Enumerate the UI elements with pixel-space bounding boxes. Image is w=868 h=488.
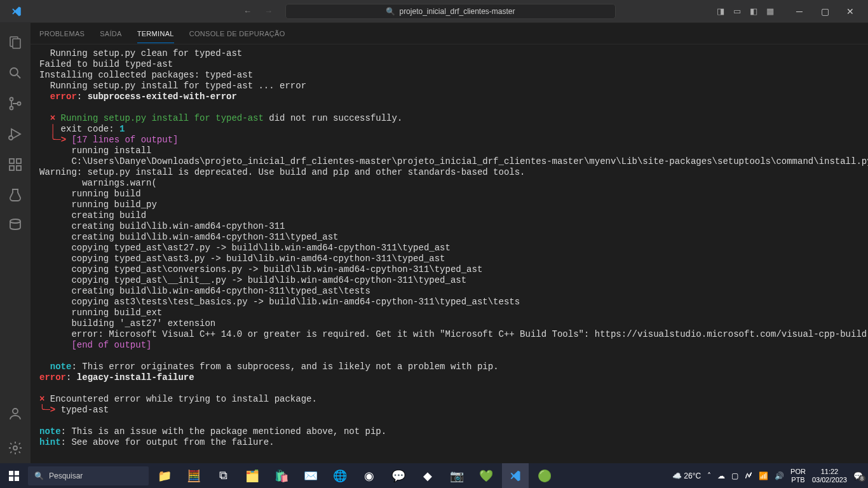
start-button[interactable] (0, 471, 28, 481)
bottom-panel: PROBLEMAS SAÍDA TERMINAL CONSOLE DE DEPU… (31, 22, 868, 463)
terminal-output[interactable]: Running setup.py clean for typed-ast Fai… (31, 44, 868, 463)
nav-forward-icon[interactable]: → (264, 6, 273, 16)
close-button[interactable]: ✕ (837, 2, 863, 21)
tray-meet-icon[interactable]: ▢ (731, 471, 738, 480)
svg-rect-18 (9, 477, 13, 481)
tray-language[interactable]: POR PTB (790, 468, 806, 484)
taskbar-app-calculator[interactable]: 🧮 (180, 463, 207, 488)
run-debug-icon[interactable] (0, 119, 31, 149)
sqltools-icon[interactable] (0, 210, 31, 241)
taskbar-app-folder[interactable]: 📁 (151, 463, 178, 488)
taskbar-app-chrome[interactable]: ◉ (356, 463, 383, 488)
svg-rect-19 (15, 477, 19, 481)
main-area: PROBLEMAS SAÍDA TERMINAL CONSOLE DE DEPU… (0, 22, 868, 463)
taskbar-app-explorer[interactable]: 🗂️ (239, 463, 266, 488)
layout-controls: ◨ ▭ ◧ ▦ (717, 6, 774, 16)
taskbar-app-store[interactable]: 🛍️ (268, 463, 295, 488)
testing-icon[interactable] (0, 180, 31, 210)
activity-bar (0, 22, 31, 463)
svg-point-8 (9, 136, 13, 140)
taskbar-app-edge[interactable]: 🌐 (327, 463, 353, 488)
toggle-primary-sidebar-icon[interactable]: ◨ (717, 6, 724, 16)
svg-rect-12 (17, 159, 21, 163)
search-text: projeto_inicial_drf_clientes-master (399, 7, 515, 16)
tab-debug-console[interactable]: CONSOLE DE DEPURAÇÃO (189, 30, 285, 37)
taskbar-search[interactable]: 🔍 Pesquisar (28, 466, 149, 485)
taskbar-app-whatsapp[interactable]: 💚 (473, 463, 499, 488)
vscode-logo-icon (5, 6, 27, 17)
svg-rect-16 (9, 471, 13, 475)
tray-wifi-icon[interactable]: 📶 (759, 471, 768, 480)
explorer-icon[interactable] (0, 27, 31, 58)
customize-layout-icon[interactable]: ▦ (766, 6, 774, 16)
taskbar-tray: ☁️ 26°C ˄ ☁ ▢ 🗲 📶 🔊 POR PTB 11:22 03/02/… (672, 468, 863, 484)
svg-rect-1 (13, 39, 20, 48)
tab-problems[interactable]: PROBLEMAS (39, 30, 85, 37)
svg-rect-10 (10, 166, 14, 170)
taskbar-app-vscode[interactable] (502, 463, 529, 488)
command-center-search[interactable]: 🔍 projeto_inicial_drf_clientes-master (285, 4, 616, 19)
svg-point-14 (13, 409, 18, 414)
window-controls: ─ ▢ ✕ (787, 2, 863, 21)
settings-gear-icon[interactable] (0, 433, 31, 463)
nav-back-icon[interactable]: ← (243, 6, 252, 16)
minimize-button[interactable]: ─ (787, 2, 812, 21)
search-icon: 🔍 (34, 471, 44, 480)
maximize-button[interactable]: ▢ (812, 2, 837, 21)
tray-volume-icon[interactable]: 🔊 (775, 471, 784, 480)
taskbar-app-taskview[interactable]: ⧉ (210, 463, 236, 488)
tray-battery-icon[interactable]: 🗲 (745, 471, 752, 480)
taskbar-app-visualstudio[interactable]: ◆ (414, 463, 441, 488)
tray-clock[interactable]: 11:22 03/02/2023 (812, 468, 847, 484)
tab-output[interactable]: SAÍDA (100, 30, 122, 37)
accounts-icon[interactable] (0, 398, 31, 429)
panel-tabs: PROBLEMAS SAÍDA TERMINAL CONSOLE DE DEPU… (31, 23, 868, 44)
tray-notifications-icon[interactable]: 💬8 (853, 471, 863, 480)
source-control-icon[interactable] (0, 88, 31, 119)
extensions-icon[interactable] (0, 149, 31, 180)
taskbar-app-mail[interactable]: ✉️ (297, 463, 324, 488)
svg-rect-11 (17, 166, 21, 170)
svg-rect-17 (15, 471, 19, 475)
nav-arrows: ← → (243, 6, 273, 16)
svg-point-4 (10, 98, 13, 101)
search-sidebar-icon[interactable] (0, 58, 31, 88)
svg-point-6 (18, 102, 21, 105)
svg-line-3 (17, 75, 20, 78)
svg-point-2 (10, 68, 18, 76)
weather-widget[interactable]: ☁️ 26°C (672, 471, 701, 480)
toggle-secondary-sidebar-icon[interactable]: ◧ (750, 6, 757, 16)
taskbar-pinned-apps: 📁 🧮 ⧉ 🗂️ 🛍️ ✉️ 🌐 ◉ 💬 ◆ 📷 💚 🟢 (151, 463, 558, 488)
toggle-panel-icon[interactable]: ▭ (733, 6, 741, 16)
taskbar-app-discord[interactable]: 💬 (385, 463, 412, 488)
tab-terminal[interactable]: TERMINAL (137, 30, 174, 43)
taskbar-app-spotify[interactable]: 🟢 (531, 463, 558, 488)
svg-point-5 (10, 107, 13, 110)
svg-point-13 (10, 219, 20, 223)
windows-taskbar: 🔍 Pesquisar 📁 🧮 ⧉ 🗂️ 🛍️ ✉️ 🌐 ◉ 💬 ◆ 📷 💚 🟢… (0, 463, 868, 488)
tray-chevron-icon[interactable]: ˄ (707, 471, 711, 480)
svg-point-15 (13, 446, 17, 450)
taskbar-app-instagram[interactable]: 📷 (444, 463, 470, 488)
tray-onedrive-icon[interactable]: ☁ (717, 471, 725, 480)
title-bar: ← → 🔍 projeto_inicial_drf_clientes-maste… (0, 0, 868, 22)
taskbar-search-placeholder: Pesquisar (49, 471, 83, 480)
svg-rect-9 (10, 159, 14, 163)
search-icon: 🔍 (386, 7, 395, 16)
